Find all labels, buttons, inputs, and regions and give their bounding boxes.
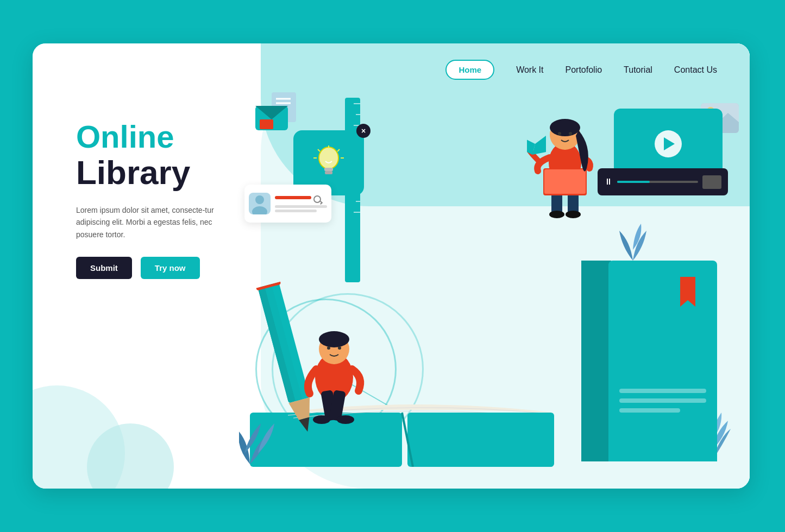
bookmark-icon: [680, 277, 695, 307]
svg-point-31: [319, 331, 349, 347]
svg-point-28: [313, 415, 330, 424]
svg-point-37: [566, 211, 581, 218]
svg-line-10: [318, 149, 320, 151]
svg-rect-41: [544, 169, 586, 194]
nav-workit[interactable]: Work It: [516, 65, 543, 75]
svg-rect-7: [324, 168, 333, 171]
video-thumbnail: [702, 175, 721, 189]
progress-background: [617, 181, 698, 183]
hero-content: Online Library Lorem ipsum dolor sit ame…: [76, 119, 250, 279]
play-button[interactable]: [655, 130, 682, 157]
leaves-center: [617, 217, 649, 261]
man-character: [293, 307, 375, 426]
play-icon: [664, 137, 675, 150]
svg-point-44: [558, 132, 561, 135]
book-spine: [581, 261, 611, 461]
nav-contact[interactable]: Contact Us: [674, 65, 717, 75]
illustration-area: ×: [239, 87, 733, 478]
svg-rect-5: [260, 119, 273, 129]
video-progress-bar: ⏸: [598, 168, 728, 195]
title-library: Library: [76, 154, 250, 191]
hero-description: Lorem ipsum dolor sit amet, consecte-tur…: [76, 204, 228, 240]
progress-fill: [617, 181, 650, 183]
nav-tutorial[interactable]: Tutorial: [624, 65, 652, 75]
pause-icon: ⏸: [604, 177, 613, 187]
svg-rect-8: [325, 171, 332, 174]
profile-card: [244, 185, 331, 223]
svg-point-14: [255, 195, 264, 204]
book-right: [608, 261, 717, 461]
svg-point-6: [319, 147, 338, 169]
profile-info: [275, 195, 327, 212]
svg-point-43: [550, 119, 580, 136]
avatar-icon: [249, 193, 271, 214]
svg-point-29: [337, 415, 354, 424]
close-icon: ×: [356, 124, 370, 138]
main-card: Home Work It Portofolio Tutorial Contact…: [33, 43, 750, 489]
navigation: Home Work It Portofolio Tutorial Contact…: [445, 60, 717, 80]
svg-rect-17: [407, 413, 554, 467]
svg-point-33: [338, 346, 341, 350]
svg-point-15: [252, 206, 267, 214]
title-online: Online: [76, 119, 250, 154]
nav-home[interactable]: Home: [445, 60, 494, 80]
svg-point-32: [327, 346, 330, 350]
svg-point-36: [549, 211, 564, 218]
email-icon: [255, 92, 304, 136]
try-now-button[interactable]: Try now: [141, 257, 200, 279]
hero-buttons: Submit Try now: [76, 257, 250, 279]
woman-character: [527, 98, 614, 223]
svg-line-11: [337, 149, 340, 151]
video-player: ⏸: [614, 109, 723, 179]
nav-portfolio[interactable]: Portofolio: [566, 65, 602, 75]
svg-point-45: [569, 132, 572, 135]
submit-button[interactable]: Submit: [76, 257, 132, 279]
